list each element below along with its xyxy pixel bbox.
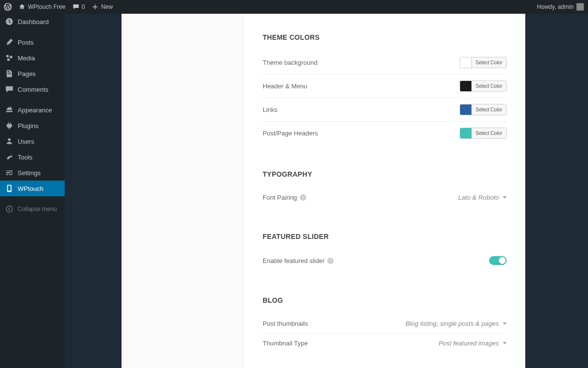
sidebar-item-tools[interactable]: Tools xyxy=(0,149,65,165)
dashboard-icon xyxy=(5,17,14,26)
sidebar-item-wptouch[interactable]: WPtouch xyxy=(0,181,65,196)
media-icon xyxy=(5,53,14,62)
sidebar-item-media[interactable]: Media xyxy=(0,50,65,66)
color-swatch xyxy=(460,105,472,115)
row-theme-background: Theme background Select Color xyxy=(263,51,507,75)
sidebar-item-label: Plugins xyxy=(18,122,39,130)
select-text: Blog listing, single posts & pages xyxy=(406,320,499,327)
plus-icon xyxy=(92,3,98,10)
row-label: Font Pairing ? xyxy=(263,194,306,201)
row-label: Header & Menu xyxy=(263,82,307,90)
site-name-link[interactable]: WPtouch Free xyxy=(19,3,66,10)
sidebar-item-label: Tools xyxy=(18,154,32,161)
settings-subnav xyxy=(122,14,244,368)
color-picker-header-menu[interactable]: Select Color xyxy=(460,80,507,92)
color-swatch xyxy=(460,128,472,138)
row-thumbnail-type: Thumbnail Type Post featured images xyxy=(263,334,507,353)
home-icon xyxy=(19,3,25,10)
new-label: New xyxy=(101,3,113,10)
main-stage: THEME COLORS Theme background Select Col… xyxy=(65,14,588,368)
admin-bar: WPtouch Free 0 New Howdy, admin xyxy=(0,0,588,14)
color-picker-theme-background[interactable]: Select Color xyxy=(460,57,507,68)
admin-sidebar: Dashboard Posts Media Pages Comments App… xyxy=(0,14,65,368)
row-links: Links Select Color xyxy=(263,98,507,122)
row-label: Post thumbnails xyxy=(263,320,308,327)
new-link[interactable]: New xyxy=(92,3,113,10)
plugins-icon xyxy=(5,121,14,130)
select-text: Lato & Roboto xyxy=(458,194,499,201)
section-typography: TYPOGRAPHY Font Pairing ? Lato & Roboto xyxy=(263,170,507,207)
chevron-down-icon xyxy=(503,196,507,199)
comments-count: 0 xyxy=(82,3,85,10)
collapse-menu[interactable]: Collapse menu xyxy=(0,201,65,217)
avatar xyxy=(576,3,584,11)
row-post-thumbnails: Post thumbnails Blog listing, single pos… xyxy=(263,314,507,334)
row-label: Enable featured slider ? xyxy=(263,257,334,264)
select-color-label: Select Color xyxy=(472,57,506,68)
sidebar-item-label: Settings xyxy=(18,169,41,177)
settings-card: THEME COLORS Theme background Select Col… xyxy=(122,14,525,368)
sidebar-item-label: Users xyxy=(18,138,34,145)
section-theme-colors: THEME COLORS Theme background Select Col… xyxy=(263,33,507,145)
comments-link[interactable]: 0 xyxy=(73,3,85,10)
section-title: TYPOGRAPHY xyxy=(263,170,507,178)
collapse-label: Collapse menu xyxy=(18,206,57,212)
sidebar-item-users[interactable]: Users xyxy=(0,133,65,149)
row-enable-featured-slider: Enable featured slider ? xyxy=(263,250,507,271)
section-featured-slider: FEATURED SLIDER Enable featured slider ? xyxy=(263,233,507,271)
row-label: Links xyxy=(263,106,277,113)
pages-icon xyxy=(5,69,14,78)
section-blog: BLOG Post thumbnails Blog listing, singl… xyxy=(263,296,507,353)
sidebar-item-pages[interactable]: Pages xyxy=(0,66,65,81)
select-color-label: Select Color xyxy=(472,128,506,138)
comment-icon xyxy=(73,3,79,10)
help-icon[interactable]: ? xyxy=(300,194,306,201)
sidebar-item-label: Comments xyxy=(18,86,49,93)
section-title: FEATURED SLIDER xyxy=(263,233,507,240)
post-thumbnails-select[interactable]: Blog listing, single posts & pages xyxy=(406,320,507,327)
select-color-label: Select Color xyxy=(472,81,506,91)
appearance-icon xyxy=(5,105,14,114)
sidebar-item-dashboard[interactable]: Dashboard xyxy=(0,14,65,29)
sidebar-item-label: WPtouch xyxy=(18,185,44,192)
sidebar-item-comments[interactable]: Comments xyxy=(0,81,65,97)
settings-icon xyxy=(5,168,14,177)
row-header-menu: Header & Menu Select Color xyxy=(263,75,507,98)
sidebar-item-label: Appearance xyxy=(18,106,52,114)
color-picker-links[interactable]: Select Color xyxy=(460,104,507,115)
color-swatch xyxy=(460,81,472,91)
sidebar-item-plugins[interactable]: Plugins xyxy=(0,118,65,133)
row-label: Thumbnail Type xyxy=(263,340,308,347)
font-pairing-select[interactable]: Lato & Roboto xyxy=(458,194,507,201)
row-label: Theme background xyxy=(263,59,318,66)
row-label: Post/Page Headers xyxy=(263,130,318,137)
select-text: Post featured images xyxy=(439,340,499,347)
settings-content: THEME COLORS Theme background Select Col… xyxy=(244,14,525,368)
sidebar-item-label: Posts xyxy=(18,39,34,46)
comments-icon xyxy=(5,85,14,94)
color-picker-post-headers[interactable]: Select Color xyxy=(460,128,507,139)
wp-logo[interactable] xyxy=(4,3,12,11)
chevron-down-icon xyxy=(503,342,507,344)
featured-slider-toggle[interactable] xyxy=(489,256,507,265)
thumbnail-type-select[interactable]: Post featured images xyxy=(439,340,507,347)
chevron-down-icon xyxy=(503,322,507,325)
row-font-pairing: Font Pairing ? Lato & Roboto xyxy=(263,188,507,207)
select-color-label: Select Color xyxy=(472,105,506,115)
tools-icon xyxy=(5,153,14,161)
site-name-text: WPtouch Free xyxy=(28,3,66,10)
greeting-text: Howdy, admin xyxy=(537,3,574,10)
posts-icon xyxy=(5,38,14,47)
wptouch-icon xyxy=(5,184,14,193)
sidebar-item-posts[interactable]: Posts xyxy=(0,34,65,50)
row-post-page-headers: Post/Page Headers Select Color xyxy=(263,122,507,145)
sidebar-item-label: Pages xyxy=(18,70,36,78)
collapse-icon xyxy=(5,205,14,213)
sidebar-item-appearance[interactable]: Appearance xyxy=(0,102,65,118)
help-icon[interactable]: ? xyxy=(327,258,334,264)
users-icon xyxy=(5,137,14,146)
user-greeting[interactable]: Howdy, admin xyxy=(537,3,584,11)
sidebar-item-settings[interactable]: Settings xyxy=(0,165,65,181)
section-title: BLOG xyxy=(263,296,507,304)
color-swatch xyxy=(460,57,472,68)
